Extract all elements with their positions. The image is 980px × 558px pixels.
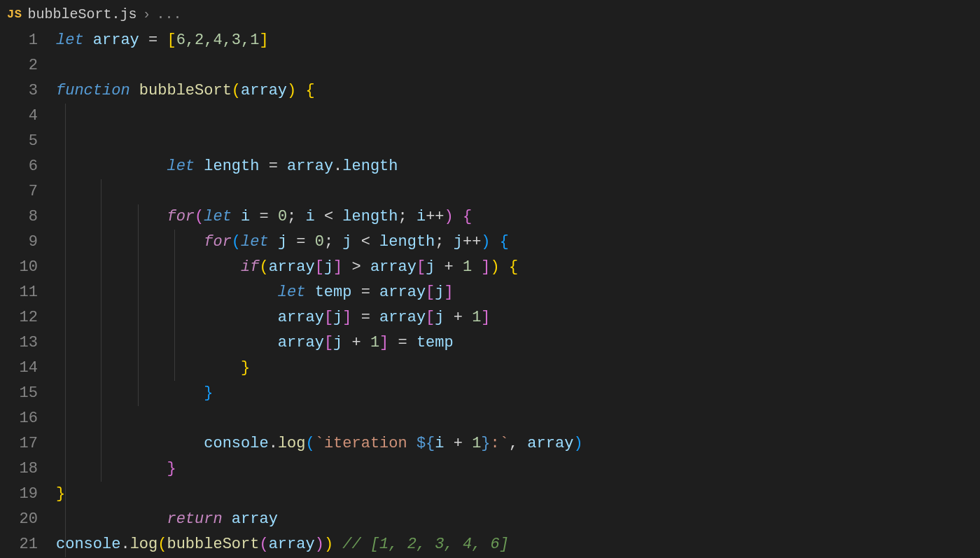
line-number: 16 (0, 406, 56, 431)
line-number: 5 (0, 129, 56, 154)
line-number: 11 (0, 280, 56, 305)
line-number: 6 (0, 154, 56, 179)
ident-array: array (93, 32, 139, 49)
comment: // [1, 2, 3, 4, 6] (342, 536, 509, 553)
line-number: 3 (0, 78, 56, 104)
line-number: 14 (0, 356, 56, 381)
js-file-icon: JS (7, 8, 22, 21)
code-line[interactable]: 8 if(array[j] > array[j + 1 ]) { (0, 204, 980, 230)
code-line[interactable]: 11 array[j + 1] = temp (0, 280, 980, 305)
line-number: 20 (0, 507, 56, 532)
code-line[interactable]: 18 return array (0, 456, 980, 482)
line-number: 2 (0, 53, 56, 78)
line-number: 1 (0, 28, 56, 53)
keyword-let: let (56, 32, 84, 49)
line-number: 10 (0, 255, 56, 280)
line-number: 21 (0, 532, 56, 557)
line-number: 17 (0, 431, 56, 456)
line-number: 15 (0, 381, 56, 406)
code-line[interactable]: 9 let temp = array[j] (0, 230, 980, 255)
breadcrumb-file[interactable]: bubbleSort.js (27, 6, 136, 22)
function-name: bubbleSort (139, 82, 232, 99)
line-number: 4 (0, 104, 56, 129)
code-line[interactable]: 3 function bubbleSort(array) { (0, 78, 980, 104)
code-line[interactable]: 16 } (0, 406, 980, 431)
chevron-right-icon: › (142, 6, 150, 22)
line-number: 18 (0, 456, 56, 482)
line-number: 19 (0, 482, 56, 507)
code-editor[interactable]: JS bubbleSort.js › ... 1 let array = [6,… (0, 0, 980, 558)
keyword-return: return (167, 510, 222, 528)
array-literal: 6,2,4,3,1 (176, 32, 260, 49)
code-area[interactable]: 1 let array = [6,2,4,3,1] 2 3 function b… (0, 28, 980, 557)
breadcrumb[interactable]: JS bubbleSort.js › ... (0, 0, 980, 28)
code-line[interactable]: 15 console.log(`iteration ${i + 1}:`, ar… (0, 381, 980, 406)
line-number: 12 (0, 305, 56, 330)
line-number: 7 (0, 179, 56, 204)
code-line[interactable]: 13 } (0, 330, 980, 356)
code-line[interactable]: 7 for(let j = 0; j < length; j++) { (0, 179, 980, 204)
line-number: 13 (0, 330, 56, 356)
line-number: 8 (0, 204, 56, 230)
keyword-function: function (56, 82, 130, 99)
code-line[interactable]: 4 let length = array.length (0, 104, 980, 129)
breadcrumb-rest[interactable]: ... (156, 6, 181, 22)
code-line[interactable]: 19 } (0, 482, 980, 507)
code-line[interactable]: 21 console.log(bubbleSort(array)) // [1,… (0, 532, 980, 557)
line-number: 9 (0, 230, 56, 255)
code-line[interactable]: 2 (0, 53, 980, 78)
code-line[interactable]: 1 let array = [6,2,4,3,1] (0, 28, 980, 53)
code-line[interactable]: 10 array[j] = array[j + 1] (0, 255, 980, 280)
code-line[interactable]: 12 } (0, 305, 980, 330)
code-line[interactable]: 6 for(let i = 0; i < length; i++) { (0, 154, 980, 179)
